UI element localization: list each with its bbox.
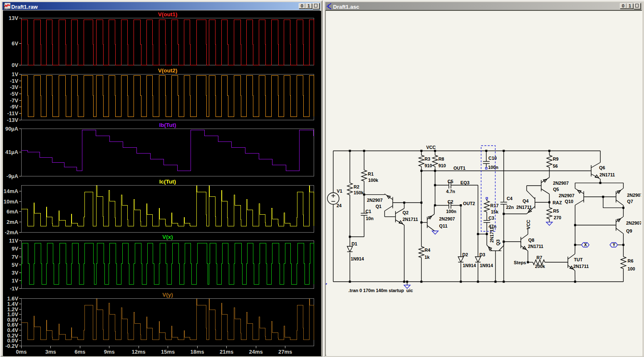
svg-text:2N1711: 2N1711 xyxy=(489,227,494,243)
svg-text:2N2907: 2N2907 xyxy=(553,181,569,186)
svg-text:VCC: VCC xyxy=(526,220,531,229)
svg-text:VCC: VCC xyxy=(426,145,436,150)
svg-text:100k: 100k xyxy=(368,178,379,183)
svg-text:100n: 100n xyxy=(488,165,498,170)
svg-text:18ms: 18ms xyxy=(191,349,204,355)
svg-text:EQ3: EQ3 xyxy=(461,180,470,185)
svg-text:1k: 1k xyxy=(424,255,430,260)
svg-text:2N1711: 2N1711 xyxy=(528,244,543,249)
svg-text:2N2907: 2N2907 xyxy=(626,221,641,226)
svg-text:R7: R7 xyxy=(537,255,542,260)
svg-text:OUT2: OUT2 xyxy=(463,201,475,206)
svg-text:1V: 1V xyxy=(12,71,18,77)
svg-text:Q11: Q11 xyxy=(439,223,448,228)
svg-text:R17: R17 xyxy=(490,203,499,208)
svg-text:13V: 13V xyxy=(9,15,18,21)
svg-text:Steps: Steps xyxy=(514,260,526,265)
svg-text:Q3: Q3 xyxy=(495,240,500,245)
svg-text:TUT: TUT xyxy=(574,257,583,262)
svg-text:-11V: -11V xyxy=(7,110,18,117)
svg-text:C4: C4 xyxy=(507,196,513,201)
svg-text:24: 24 xyxy=(337,203,342,208)
svg-text:910: 910 xyxy=(424,163,432,168)
svg-text:11V: 11V xyxy=(9,238,19,244)
svg-text:90µA: 90µA xyxy=(5,126,19,132)
svg-text:C1: C1 xyxy=(365,209,371,214)
svg-text:-1V: -1V xyxy=(10,78,19,84)
svg-text:-13V: -13V xyxy=(7,117,19,123)
svg-text:-5V: -5V xyxy=(10,91,19,97)
svg-text:9V: 9V xyxy=(12,245,18,252)
svg-text:10n: 10n xyxy=(366,216,374,221)
svg-text:15k: 15k xyxy=(491,209,499,214)
svg-text:1N914: 1N914 xyxy=(463,263,476,268)
svg-text:6ms: 6ms xyxy=(74,349,85,355)
svg-text:910: 910 xyxy=(438,163,446,168)
svg-text:0V: 0V xyxy=(12,62,18,68)
svg-text:3V: 3V xyxy=(12,270,18,276)
svg-text:6mA: 6mA xyxy=(7,208,19,215)
svg-text:D1: D1 xyxy=(352,241,357,246)
svg-text:2N1711: 2N1711 xyxy=(573,264,589,269)
svg-text:15ms: 15ms xyxy=(161,349,175,355)
svg-text:7V: 7V xyxy=(12,254,18,260)
svg-text:R8: R8 xyxy=(438,156,444,161)
svg-text:2N2907: 2N2907 xyxy=(439,216,455,221)
svg-text:R9: R9 xyxy=(553,156,559,161)
svg-text:OUT1: OUT1 xyxy=(453,166,466,171)
svg-text:V(y): V(y) xyxy=(162,292,173,298)
svg-text:Ic(Tut): Ic(Tut) xyxy=(159,178,176,185)
svg-text:14mA: 14mA xyxy=(4,188,19,194)
svg-text:4.7n: 4.7n xyxy=(446,189,455,194)
svg-text:R2: R2 xyxy=(354,184,359,189)
svg-text:Q9: Q9 xyxy=(626,228,632,233)
svg-text:-7V: -7V xyxy=(10,97,19,104)
svg-text:2N2907: 2N2907 xyxy=(559,193,575,198)
svg-text:2N1711: 2N1711 xyxy=(403,217,418,222)
svg-text:56: 56 xyxy=(553,164,558,169)
svg-text:X: X xyxy=(584,243,587,247)
svg-text:R3: R3 xyxy=(424,156,430,161)
svg-text:2N2907: 2N2907 xyxy=(367,198,383,203)
svg-text:22n: 22n xyxy=(506,205,514,210)
svg-text:Q7: Q7 xyxy=(627,199,633,204)
svg-text:V1: V1 xyxy=(337,188,342,193)
svg-text:0ms: 0ms xyxy=(16,349,27,355)
svg-text:Ib(Tut): Ib(Tut) xyxy=(159,122,176,128)
svg-text:12ms: 12ms xyxy=(132,349,146,355)
svg-text:Q10: Q10 xyxy=(565,199,573,204)
svg-text:100: 100 xyxy=(628,266,635,271)
svg-text:24ms: 24ms xyxy=(249,349,263,355)
svg-text:-9V: -9V xyxy=(10,104,19,110)
svg-text:Q8: Q8 xyxy=(528,238,534,243)
svg-text:9ms: 9ms xyxy=(104,349,115,355)
svg-text:R5: R5 xyxy=(553,208,559,213)
svg-text:1N914: 1N914 xyxy=(351,256,364,261)
svg-text:.tran 0 170m 140m startup uic: .tran 0 170m 140m startup uic xyxy=(349,288,413,293)
svg-text:Q2: Q2 xyxy=(403,210,409,215)
svg-text:R1: R1 xyxy=(368,171,374,176)
svg-text:D3: D3 xyxy=(480,252,485,257)
svg-text:Y: Y xyxy=(612,243,615,247)
svg-text:1V: 1V xyxy=(12,278,18,284)
svg-text:Q5: Q5 xyxy=(553,187,559,192)
svg-text:Q1: Q1 xyxy=(376,204,381,209)
svg-text:2mA: 2mA xyxy=(7,219,19,225)
svg-text:C2: C2 xyxy=(448,199,453,204)
svg-text:R4: R4 xyxy=(424,248,430,253)
svg-text:100n: 100n xyxy=(446,209,456,214)
svg-text:R6: R6 xyxy=(628,258,634,263)
svg-text:27ms: 27ms xyxy=(278,349,292,355)
svg-text:41µA: 41µA xyxy=(5,149,19,155)
svg-text:200k: 200k xyxy=(535,264,545,269)
svg-text:6V: 6V xyxy=(12,40,18,47)
svg-text:270: 270 xyxy=(554,215,561,220)
svg-text:-2mA: -2mA xyxy=(5,229,18,236)
svg-text:10mA: 10mA xyxy=(4,198,19,205)
svg-text:1N914: 1N914 xyxy=(480,263,493,268)
svg-text:RAZ: RAZ xyxy=(552,200,562,205)
svg-text:-1V: -1V xyxy=(10,285,19,292)
svg-text:21ms: 21ms xyxy=(220,349,233,355)
svg-text:2N1711: 2N1711 xyxy=(516,205,532,210)
svg-text:Q6: Q6 xyxy=(599,165,605,170)
